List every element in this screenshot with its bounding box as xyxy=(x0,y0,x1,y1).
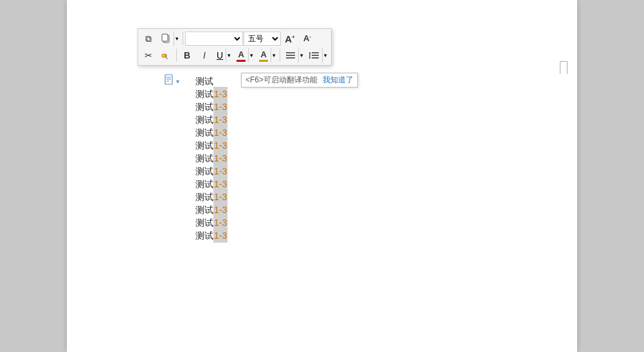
underline-icon: U xyxy=(214,48,226,62)
shrink-font-icon: A- xyxy=(303,33,311,43)
italic-button[interactable]: I xyxy=(196,48,213,63)
doc-icon-area[interactable]: ▾ xyxy=(165,74,179,88)
content-area: 测试 测试 1-3 测试 1-3 测试 1-3 测试 1-3 测试 1-3 测试… xyxy=(195,74,228,241)
format-painter-button[interactable] xyxy=(157,48,174,63)
list-item: 测试 1-3 xyxy=(195,100,228,113)
list-item: 测试 1-3 xyxy=(195,113,228,125)
bold-icon: B xyxy=(184,50,190,60)
linespacing-arrow-icon[interactable]: ▾ xyxy=(322,48,328,62)
font-color-icon: A xyxy=(234,48,248,62)
separator-1 xyxy=(183,32,183,45)
italic-icon: I xyxy=(203,50,206,60)
list-item: 测试 1-3 xyxy=(195,87,228,100)
list-item: 测试 1-3 xyxy=(195,138,228,151)
font-color-arrow-icon[interactable]: ▾ xyxy=(248,48,255,62)
align-arrow-icon[interactable]: ▾ xyxy=(298,48,305,62)
list-item: 测试 1-3 xyxy=(195,228,228,241)
toolbar-row-1: ⧉ ▾ 宋体 黑体 五号 xyxy=(140,31,329,46)
list-item: 测试 1-3 xyxy=(195,164,228,177)
svg-line-4 xyxy=(166,58,168,59)
font-selector[interactable]: 宋体 黑体 xyxy=(185,32,243,46)
grow-font-button[interactable]: A+ xyxy=(282,31,298,46)
linespacing-icon xyxy=(307,48,322,62)
list-item: 测试 1-3 xyxy=(195,203,228,216)
highlight-button[interactable]: A ▾ xyxy=(256,48,278,63)
doc-dropdown-arrow-icon[interactable]: ▾ xyxy=(176,78,179,85)
toolbar-row-2: ✂ B I xyxy=(140,48,329,63)
copy-icon: ⧉ xyxy=(145,33,152,44)
list-item: 测试 1-3 xyxy=(195,190,228,203)
list-item: 测试 1-3 xyxy=(195,125,228,138)
paste-arrow-icon[interactable]: ▾ xyxy=(174,32,180,46)
format-painter-icon xyxy=(161,50,171,62)
bold-button[interactable]: B xyxy=(179,48,195,63)
underline-button[interactable]: U ▾ xyxy=(213,48,233,63)
floating-toolbar: ⧉ ▾ 宋体 黑体 五号 xyxy=(138,28,332,66)
list-item: 测试 1-3 xyxy=(195,177,228,190)
list-item: 测试 1-3 xyxy=(195,216,228,228)
scroll-indicator xyxy=(560,61,568,74)
paste-button[interactable]: ▾ xyxy=(157,31,181,46)
highlight-icon: A xyxy=(256,48,271,62)
cut-icon: ✂ xyxy=(145,50,152,60)
tooltip-hint-text: <F6>可启动翻译功能 xyxy=(246,75,318,86)
document-icon xyxy=(165,74,175,88)
svg-rect-1 xyxy=(162,34,168,41)
content-num: 1-3 xyxy=(213,228,228,243)
grow-font-icon: A+ xyxy=(285,33,295,44)
tooltip-dismiss-link[interactable]: 我知道了 xyxy=(323,75,353,86)
list-item: 测试 1-3 xyxy=(195,151,228,164)
translation-tooltip: <F6>可启动翻译功能 我知道了 xyxy=(241,73,358,88)
align-icon xyxy=(283,48,298,62)
copy-button[interactable]: ⧉ xyxy=(140,31,157,46)
svg-rect-3 xyxy=(165,55,166,58)
fontsize-selector[interactable]: 五号 四号 三号 二号 xyxy=(244,32,281,46)
linespacing-button[interactable]: ▾ xyxy=(306,48,329,63)
separator-3 xyxy=(280,49,280,62)
font-color-button[interactable]: A ▾ xyxy=(233,48,255,63)
underline-arrow-icon[interactable]: ▾ xyxy=(226,48,232,62)
align-button[interactable]: ▾ xyxy=(282,48,305,63)
paste-icon xyxy=(158,32,174,46)
content-text: 测试 xyxy=(195,228,213,243)
page-container: ⧉ ▾ 宋体 黑体 五号 xyxy=(67,0,577,352)
cut-button[interactable]: ✂ xyxy=(140,48,157,63)
separator-2 xyxy=(176,49,177,62)
highlight-arrow-icon[interactable]: ▾ xyxy=(271,48,277,62)
content-line-first: 测试 xyxy=(195,74,228,87)
shrink-font-button[interactable]: A- xyxy=(299,31,316,46)
